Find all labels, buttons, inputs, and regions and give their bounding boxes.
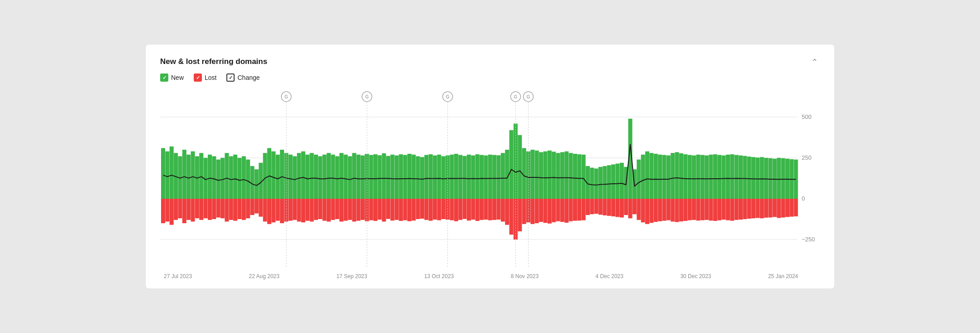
svg-rect-305 (789, 199, 794, 217)
svg-rect-21 (186, 199, 191, 220)
svg-rect-130 (420, 157, 424, 199)
svg-rect-122 (403, 155, 407, 199)
svg-rect-307 (794, 199, 798, 216)
svg-rect-145 (450, 199, 454, 220)
svg-rect-249 (671, 199, 675, 221)
svg-rect-100 (357, 155, 361, 199)
svg-rect-141 (441, 199, 446, 219)
svg-rect-190 (548, 151, 552, 199)
legend-checkbox-change: ✓ (226, 73, 235, 82)
svg-rect-12 (170, 147, 174, 199)
svg-rect-201 (569, 199, 573, 221)
svg-rect-123 (403, 199, 407, 220)
svg-rect-284 (747, 157, 751, 199)
svg-rect-71 (293, 199, 297, 220)
svg-rect-133 (424, 199, 428, 220)
svg-rect-34 (216, 160, 220, 199)
svg-rect-42 (233, 155, 237, 199)
svg-rect-23 (191, 199, 195, 221)
svg-rect-31 (208, 199, 212, 220)
svg-rect-136 (433, 156, 437, 199)
svg-rect-88 (331, 155, 335, 199)
svg-rect-172 (510, 130, 514, 199)
svg-rect-168 (501, 153, 505, 199)
svg-rect-17 (178, 199, 182, 218)
svg-rect-260 (696, 155, 700, 199)
svg-rect-22 (191, 152, 195, 199)
svg-rect-59 (267, 199, 271, 224)
svg-rect-98 (352, 153, 356, 199)
svg-rect-64 (280, 150, 284, 199)
svg-rect-73 (297, 199, 301, 221)
svg-rect-275 (726, 199, 730, 220)
svg-rect-246 (666, 156, 671, 199)
svg-rect-138 (437, 155, 441, 199)
svg-rect-162 (488, 155, 492, 199)
svg-rect-150 (463, 156, 467, 199)
svg-rect-173 (510, 199, 514, 235)
svg-rect-32 (212, 156, 216, 199)
svg-rect-167 (496, 199, 500, 220)
svg-rect-132 (424, 155, 428, 199)
svg-rect-43 (233, 199, 237, 221)
svg-rect-294 (769, 158, 773, 199)
legend-item-change: ✓ Change (226, 73, 260, 82)
svg-rect-169 (501, 199, 505, 221)
svg-rect-58 (267, 148, 271, 199)
svg-rect-152 (467, 155, 471, 199)
svg-rect-189 (543, 199, 547, 223)
svg-rect-151 (463, 199, 467, 219)
svg-rect-215 (598, 199, 603, 215)
svg-rect-137 (433, 199, 437, 220)
svg-text:0: 0 (802, 195, 805, 202)
svg-rect-41 (229, 199, 233, 220)
chart-card: New & lost referring domains ⌃ ✓ New ✓ L… (145, 44, 835, 289)
svg-rect-207 (582, 199, 586, 220)
svg-rect-80 (314, 155, 318, 199)
svg-rect-233 (637, 199, 641, 220)
svg-rect-68 (289, 155, 293, 199)
svg-rect-241 (654, 199, 658, 222)
svg-rect-250 (675, 152, 679, 199)
svg-rect-29 (204, 199, 208, 218)
svg-rect-232 (637, 160, 641, 199)
svg-rect-237 (645, 199, 649, 224)
svg-rect-157 (475, 199, 480, 221)
svg-rect-252 (679, 153, 683, 199)
svg-rect-116 (390, 155, 394, 199)
svg-rect-158 (480, 155, 484, 199)
svg-rect-144 (450, 155, 454, 199)
svg-rect-183 (530, 199, 534, 224)
svg-rect-291 (760, 199, 764, 218)
svg-rect-53 (255, 199, 259, 213)
svg-rect-19 (182, 199, 186, 223)
svg-rect-110 (377, 155, 382, 199)
x-label-7: 30 Dec 2023 (680, 273, 711, 279)
collapse-button[interactable]: ⌃ (809, 57, 820, 67)
svg-rect-61 (271, 199, 275, 222)
svg-rect-289 (755, 199, 760, 218)
svg-rect-301 (781, 199, 785, 217)
svg-rect-229 (628, 199, 632, 218)
svg-rect-194 (556, 153, 560, 199)
svg-rect-51 (250, 199, 255, 215)
svg-rect-108 (373, 154, 377, 199)
svg-rect-242 (658, 155, 662, 199)
svg-rect-210 (590, 168, 594, 199)
svg-rect-8 (161, 148, 165, 199)
svg-rect-217 (603, 199, 607, 215)
svg-rect-62 (276, 155, 280, 199)
svg-rect-293 (764, 199, 768, 218)
svg-rect-57 (263, 199, 267, 221)
legend-label-lost: Lost (205, 74, 216, 81)
svg-rect-278 (735, 155, 739, 199)
svg-rect-82 (318, 156, 322, 199)
svg-rect-81 (314, 199, 318, 220)
svg-text:−250: −250 (802, 236, 815, 243)
svg-rect-37 (220, 199, 225, 218)
svg-rect-72 (297, 153, 301, 199)
svg-rect-45 (237, 199, 241, 219)
svg-rect-10 (165, 152, 169, 199)
svg-rect-84 (323, 155, 327, 199)
svg-rect-127 (412, 199, 416, 220)
